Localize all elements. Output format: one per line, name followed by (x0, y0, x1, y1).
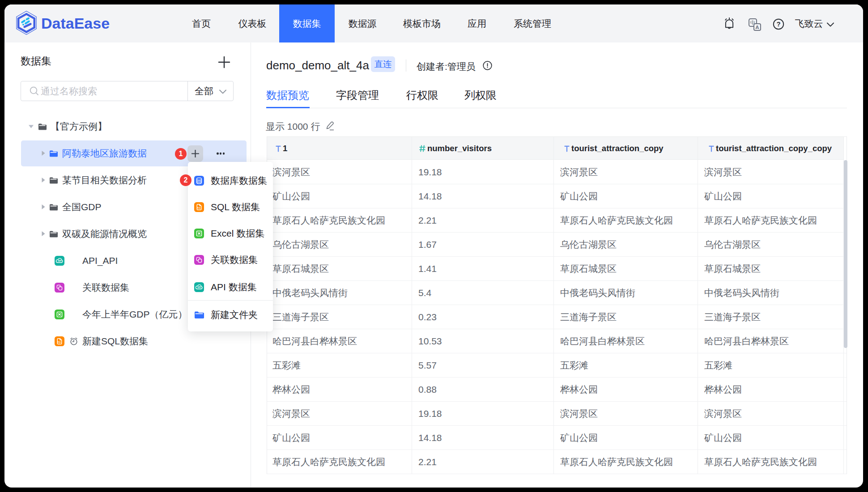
svg-text:API: API (58, 260, 61, 262)
svg-text:API: API (197, 286, 201, 288)
svg-text:SQL: SQL (58, 341, 62, 343)
svg-text:A: A (755, 25, 759, 30)
svg-text:?: ? (776, 20, 780, 28)
svg-text:SQL: SQL (197, 207, 201, 209)
